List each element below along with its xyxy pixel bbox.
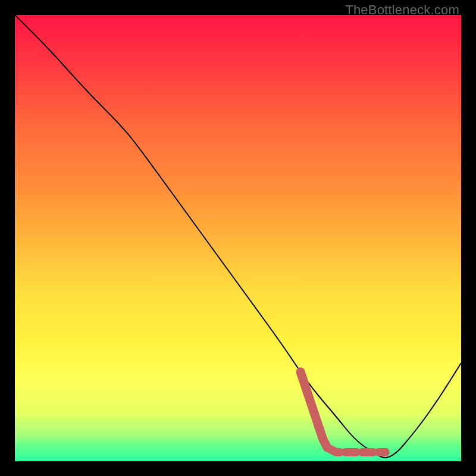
- chart-svg: [15, 15, 461, 461]
- highlight-end-dot: [381, 448, 390, 456]
- chart-background: [15, 15, 461, 461]
- chart-frame: [15, 15, 461, 461]
